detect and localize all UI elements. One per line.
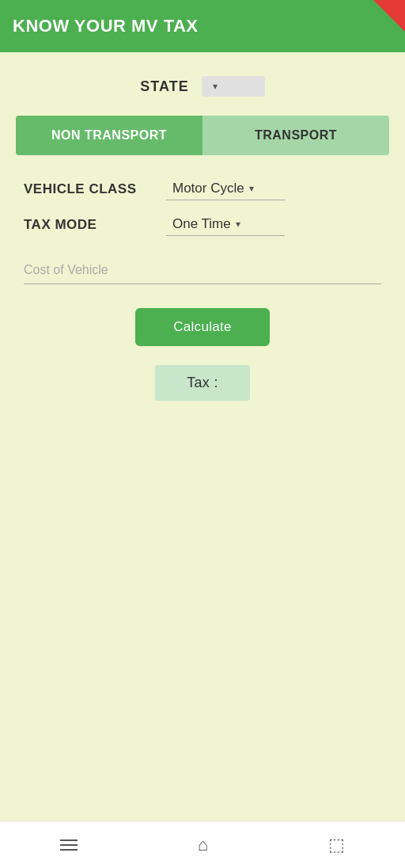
tax-mode-value: One Time xyxy=(172,216,231,232)
vehicle-class-arrow-icon: ▾ xyxy=(249,183,254,194)
vehicle-class-label: VEHICLE CLASS xyxy=(24,181,166,197)
state-label: STATE xyxy=(140,78,188,95)
tax-mode-dropdown[interactable]: One Time ▾ xyxy=(166,213,285,236)
corner-decoration xyxy=(373,0,405,32)
transport-toggle: NON TRANSPORT TRANSPORT xyxy=(16,116,389,155)
vehicle-class-row: VEHICLE CLASS Motor Cycle ▾ xyxy=(16,177,389,200)
tax-result-box: Tax : xyxy=(155,365,250,401)
transport-button[interactable]: TRANSPORT xyxy=(202,116,389,155)
menu-icon[interactable] xyxy=(60,839,78,851)
app-title: KNOW YOUR MV TAX xyxy=(13,16,199,36)
home-icon[interactable]: ⌂ xyxy=(198,835,208,855)
tax-result-label: Tax : xyxy=(187,375,218,390)
tax-mode-arrow-icon: ▾ xyxy=(236,219,240,230)
tax-mode-label: TAX MODE xyxy=(24,217,166,233)
vehicle-class-dropdown[interactable]: Motor Cycle ▾ xyxy=(166,177,285,200)
tax-mode-row: TAX MODE One Time ▾ xyxy=(16,213,389,236)
state-dropdown[interactable]: ▾ xyxy=(202,76,265,97)
state-row: STATE ▾ xyxy=(16,76,389,97)
bottom-navigation: ⌂ ⬚ xyxy=(0,821,405,868)
cost-of-vehicle-input[interactable] xyxy=(24,257,381,284)
back-icon[interactable]: ⬚ xyxy=(328,835,345,855)
cost-input-container xyxy=(16,257,389,284)
state-dropdown-arrow-icon: ▾ xyxy=(213,81,218,92)
non-transport-button[interactable]: NON TRANSPORT xyxy=(16,116,202,155)
app-header: KNOW YOUR MV TAX xyxy=(0,0,405,52)
calculate-button[interactable]: Calculate xyxy=(135,308,270,346)
vehicle-class-value: Motor Cycle xyxy=(172,181,244,196)
main-content: STATE ▾ NON TRANSPORT TRANSPORT VEHICLE … xyxy=(0,52,405,821)
